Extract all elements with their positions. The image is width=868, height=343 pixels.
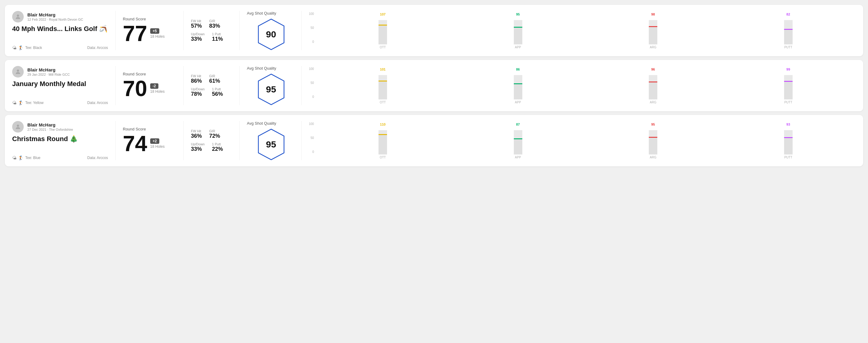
bar-fill-arg xyxy=(649,27,657,44)
bar-wrapper-ott xyxy=(378,75,387,99)
user-meta: 27 Dec 2021 · The Oxfordshire xyxy=(27,128,73,131)
fw-hit-stat: FW Hit 57% xyxy=(191,19,202,29)
chart-section: 100 50 0 110OTT87APP95ARG93PUTT xyxy=(309,121,856,160)
putt-stat: 1 Putt 56% xyxy=(212,87,223,97)
bar-x-label-putt: PUTT xyxy=(784,45,792,49)
bar-x-label-arg: ARG xyxy=(650,45,656,49)
fw-hit-label: FW Hit xyxy=(191,74,202,78)
bar-group-arg: 95ARG xyxy=(586,123,721,159)
weather-icon: 🌤 xyxy=(12,100,17,105)
user-meta: 29 Jan 2022 · Mill Ride GCC xyxy=(27,73,70,76)
score-section: Round Score 77 +5 18 Holes xyxy=(123,11,184,50)
stats-group-bottom: Up/Down 33% 1 Putt 22% xyxy=(191,142,232,152)
tee-info: 🌤 🏌 Tee: Black xyxy=(12,45,42,50)
bar-x-label-putt: PUTT xyxy=(784,101,792,104)
bar-fill-putt xyxy=(784,138,793,154)
bag-icon: 🏌 xyxy=(18,45,23,50)
score-label: Round Score xyxy=(123,17,176,21)
y-label-50: 50 xyxy=(309,136,314,139)
score-badge: -2 18 Holes xyxy=(150,83,164,94)
putt-label: 1 Putt xyxy=(212,87,223,91)
bar-top-label-app: 87 xyxy=(516,123,520,126)
y-label-50: 50 xyxy=(309,27,314,30)
bar-wrapper-app xyxy=(514,130,522,154)
avatar xyxy=(12,11,24,23)
bar-fill-ott xyxy=(378,135,387,154)
user-info: Blair McHarg 29 Jan 2022 · Mill Ride GCC xyxy=(27,67,70,76)
left-section: Blair McHarg 29 Jan 2022 · Mill Ride GCC… xyxy=(12,66,116,105)
putt-stat: 1 Putt 22% xyxy=(212,142,223,152)
stats-group-top: FW Hit 86% GIR 61% xyxy=(191,74,232,84)
bag-icon: 🏌 xyxy=(18,100,23,105)
hex-score: 95 xyxy=(266,84,276,95)
bar-x-label-ott: OTT xyxy=(380,45,386,49)
user-meta: 12 Feb 2022 · Royal North Devon GC xyxy=(27,18,83,21)
hex-score: 95 xyxy=(266,139,276,150)
user-row: Blair McHarg 27 Dec 2021 · The Oxfordshi… xyxy=(12,121,108,132)
bottom-row: 🌤 🏌 Tee: Yellow Data: Arccos xyxy=(12,100,108,105)
bar-wrapper-arg xyxy=(649,20,657,44)
putt-label: 1 Putt xyxy=(212,142,223,146)
gir-value: 72% xyxy=(209,133,220,139)
bar-fill-app xyxy=(514,139,522,154)
score-badge: +2 18 Holes xyxy=(150,138,164,149)
hex-section: Avg Shot Quality 90 xyxy=(247,11,302,50)
score-number: 77 xyxy=(123,23,147,44)
bar-color-line-ott xyxy=(378,25,387,26)
user-row: Blair McHarg 12 Feb 2022 · Royal North D… xyxy=(12,11,108,23)
bar-fill-ott xyxy=(378,82,387,99)
round-card-round3: Blair McHarg 27 Dec 2021 · The Oxfordshi… xyxy=(5,115,863,166)
data-source: Data: Arccos xyxy=(87,45,108,50)
fw-hit-value: 57% xyxy=(191,23,202,29)
gir-value: 83% xyxy=(209,23,220,29)
bar-wrapper-putt xyxy=(784,130,793,154)
left-section: Blair McHarg 27 Dec 2021 · The Oxfordshi… xyxy=(12,121,116,160)
bar-color-line-putt xyxy=(784,29,793,30)
fw-hit-label: FW Hit xyxy=(191,19,202,23)
bar-wrapper-arg xyxy=(649,75,657,99)
bar-top-label-putt: 93 xyxy=(786,123,790,126)
bar-color-line-putt xyxy=(784,81,793,82)
svg-point-0 xyxy=(17,14,19,17)
score-row: 70 -2 18 Holes xyxy=(123,77,176,99)
bar-fill-arg xyxy=(649,83,657,99)
bar-x-label-arg: ARG xyxy=(650,101,656,104)
left-section: Blair McHarg 12 Feb 2022 · Royal North D… xyxy=(12,11,116,50)
bar-top-label-putt: 82 xyxy=(786,12,790,16)
fw-hit-label: FW Hit xyxy=(191,129,202,133)
tee-label: Tee: Yellow xyxy=(25,101,43,105)
bar-fill-arg xyxy=(649,138,657,154)
bar-x-label-ott: OTT xyxy=(380,156,386,159)
y-label-100: 100 xyxy=(309,12,314,15)
bar-fill-app xyxy=(514,28,522,44)
gir-stat: GIR 83% xyxy=(209,19,220,29)
chart-y-labels: 100 50 0 xyxy=(309,123,314,159)
round-title: January Monthly Medal xyxy=(12,80,108,88)
bar-top-label-arg: 98 xyxy=(651,12,655,16)
bar-color-line-ott xyxy=(378,81,387,82)
bar-group-putt: 82PUTT xyxy=(720,12,856,49)
tee-label: Tee: Blue xyxy=(25,156,40,160)
fw-hit-stat: FW Hit 36% xyxy=(191,129,202,139)
fw-hit-value: 86% xyxy=(191,78,202,84)
avatar xyxy=(12,66,24,77)
putt-stat: 1 Putt 11% xyxy=(212,32,223,42)
score-section: Round Score 70 -2 18 Holes xyxy=(123,66,184,105)
holes-text: 18 Holes xyxy=(150,89,164,94)
updown-label: Up/Down xyxy=(191,32,205,36)
chart-y-labels: 100 50 0 xyxy=(309,67,314,104)
bar-group-arg: 98ARG xyxy=(586,12,721,49)
score-diff-badge: +5 xyxy=(150,28,159,34)
bar-wrapper-arg xyxy=(649,130,657,154)
score-section: Round Score 74 +2 18 Holes xyxy=(123,121,184,160)
bar-group-app: 87APP xyxy=(450,123,586,159)
bottom-row: 🌤 🏌 Tee: Black Data: Arccos xyxy=(12,45,108,50)
y-label-100: 100 xyxy=(309,123,314,126)
bar-top-label-ott: 101 xyxy=(380,67,385,71)
user-info: Blair McHarg 27 Dec 2021 · The Oxfordshi… xyxy=(27,122,73,131)
stats-group-bottom: Up/Down 78% 1 Putt 56% xyxy=(191,87,232,97)
bar-fill-ott xyxy=(378,26,387,44)
hexagon: 95 xyxy=(257,129,285,160)
putt-label: 1 Putt xyxy=(212,32,223,36)
score-label: Round Score xyxy=(123,127,176,131)
